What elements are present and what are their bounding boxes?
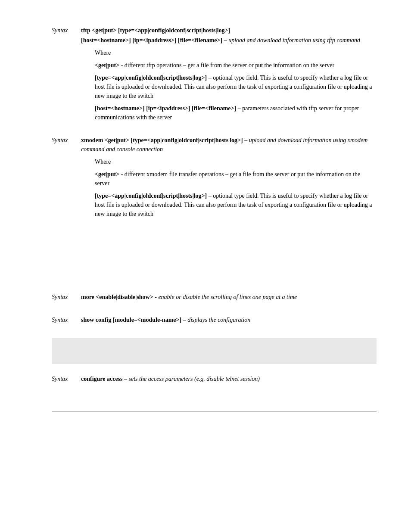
more-section: Syntax more <enable|disable|show> - enab…	[52, 292, 377, 302]
show-config-section: Syntax show config [module=<module-name>…	[52, 315, 377, 324]
syntax-label-configure-access: Syntax	[52, 374, 78, 383]
tftp-params-bold: [host=<hostname>] [ip=<ipaddress>] [file…	[81, 36, 360, 45]
xmodem-where-label: Where	[95, 157, 377, 166]
tftp-param-host: [host=<hostname>] [ip=<ipaddress>] [file…	[95, 104, 377, 122]
tftp-where-block: Where <get|put> - different tftp operati…	[95, 48, 377, 122]
more-command: more <enable|disable|show> - enable or d…	[81, 292, 297, 302]
show-config-syntax-line: Syntax show config [module=<module-name>…	[52, 315, 377, 324]
syntax-label-show-config: Syntax	[52, 315, 78, 324]
syntax-label-xmodem: Syntax	[52, 136, 78, 154]
xmodem-type-name: [type=<app|config|oldconf|script|hosts|l…	[95, 193, 207, 199]
tftp-param-getput: <get|put> - different tftp operations – …	[95, 61, 377, 70]
xmodem-getput-desc: - different xmodem file transfer operati…	[95, 171, 360, 187]
configure-access-command: configure access – sets the access param…	[81, 374, 260, 383]
tftp-command-bold: tftp <get|put> [type=<app|config|oldconf…	[81, 26, 230, 35]
tftp-getput-desc: - different tftp operations – get a file…	[121, 62, 334, 68]
tftp-where-label: Where	[95, 48, 377, 57]
syntax-label-tftp: Syntax	[52, 26, 78, 35]
xmodem-param-type: [type=<app|config|oldconf|script|hosts|l…	[95, 191, 377, 218]
tftp-section: Syntax tftp <get|put> [type=<app|config|…	[52, 26, 377, 122]
xmodem-command: xmodem <get|put> [type=<app|config|oldco…	[81, 136, 377, 154]
tftp-syntax-line1: Syntax tftp <get|put> [type=<app|config|…	[52, 26, 377, 35]
xmodem-param-getput: <get|put> - different xmodem file transf…	[95, 170, 377, 188]
configure-access-section: Syntax configure access – sets the acces…	[52, 374, 377, 383]
tftp-type-name: [type=<app|config|oldconf|script|hosts|l…	[95, 75, 207, 81]
tftp-getput-name: <get|put>	[95, 62, 119, 68]
gray-box	[52, 338, 377, 364]
xmodem-where-block: Where <get|put> - different xmodem file …	[95, 157, 377, 218]
xmodem-syntax-line1: Syntax xmodem <get|put> [type=<app|confi…	[52, 136, 377, 154]
tftp-param-type: [type=<app|config|oldconf|script|hosts|l…	[95, 73, 377, 100]
tftp-syntax-line2: [host=<hostname>] [ip=<ipaddress>] [file…	[52, 36, 377, 45]
xmodem-section: Syntax xmodem <get|put> [type=<app|confi…	[52, 136, 377, 218]
xmodem-getput-name: <get|put>	[95, 171, 119, 177]
syntax-label-more: Syntax	[52, 292, 78, 302]
configure-access-syntax-line: Syntax configure access – sets the acces…	[52, 374, 377, 383]
more-syntax-line: Syntax more <enable|disable|show> - enab…	[52, 292, 377, 302]
spacer-1	[52, 232, 377, 292]
bottom-divider	[52, 409, 377, 411]
show-config-command: show config [module=<module-name>] – dis…	[81, 315, 250, 324]
tftp-host-name: [host=<hostname>] [ip=<ipaddress>] [file…	[95, 105, 236, 112]
